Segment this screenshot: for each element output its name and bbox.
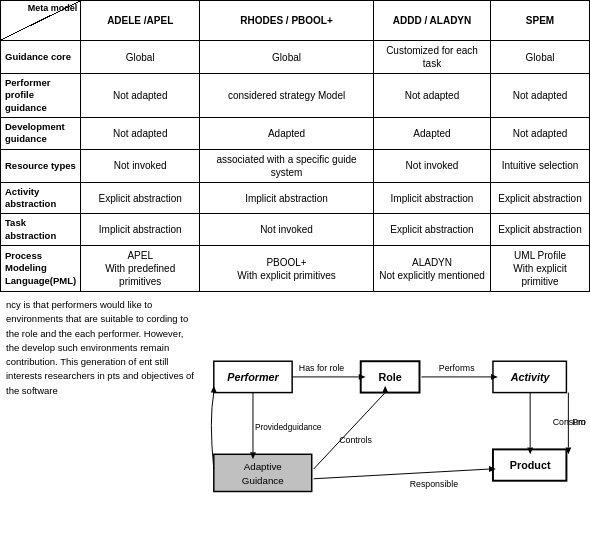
table-row: Performer profile guidanceNot adaptedcon… (1, 74, 590, 118)
diagram-svg: Performer Role Activity Adaptive Guidanc… (204, 300, 586, 545)
table-cell: Not invoked (200, 214, 374, 246)
row-label: Process Modeling Language(PML) (1, 246, 81, 292)
row-label: Resource types (1, 149, 81, 182)
table-cell: Not adapted (81, 74, 200, 118)
table-cell: Implicit abstraction (373, 182, 490, 214)
diagram-area: Performer Role Activity Adaptive Guidanc… (200, 296, 590, 549)
diagonal-header: Meta model (1, 1, 81, 41)
table-cell: Explicit abstraction (373, 214, 490, 246)
comparison-table: Meta model ADELE /APEL RHODES / PBOOL+ A… (0, 0, 590, 292)
svg-text:Role: Role (378, 371, 401, 383)
table-cell: Not adapted (491, 74, 590, 118)
svg-text:Has for role: Has for role (299, 363, 345, 373)
svg-text:Providedguidance: Providedguidance (255, 422, 322, 432)
svg-text:Adaptive: Adaptive (244, 461, 282, 472)
table-cell: Explicit abstraction (81, 182, 200, 214)
row-label: Performer profile guidance (1, 74, 81, 118)
table-cell: Global (81, 41, 200, 74)
bottom-section: ncy is that performers would like to env… (0, 296, 590, 549)
diagonal-top-label: Meta model (28, 3, 78, 15)
svg-text:Responsible: Responsible (410, 479, 459, 489)
table-cell: Not adapted (491, 118, 590, 150)
table-cell: Implicit abstraction (200, 182, 374, 214)
header-addd: ADDD / ALADYN (373, 1, 490, 41)
table-cell: Adapted (373, 118, 490, 150)
table-row: Process Modeling Language(PML)APEL With … (1, 246, 590, 292)
svg-line-26 (314, 393, 386, 469)
table-row: Resource typesNot invokedassociated with… (1, 149, 590, 182)
svg-text:Product: Product (510, 459, 551, 471)
row-label: Guidance core (1, 41, 81, 74)
table-cell: associated with a specific guide system (200, 149, 374, 182)
table-row: Guidance coreGlobalGlobalCustomized for … (1, 41, 590, 74)
table-cell: APEL With predefined primitives (81, 246, 200, 292)
page-container: Meta model ADELE /APEL RHODES / PBOOL+ A… (0, 0, 590, 549)
table-cell: Customized for each task (373, 41, 490, 74)
svg-rect-6 (214, 454, 312, 491)
table-cell: Global (491, 41, 590, 74)
table-cell: Explicit abstraction (491, 182, 590, 214)
table-cell: Global (200, 41, 374, 74)
svg-text:Performer: Performer (227, 371, 279, 383)
table-cell: Not invoked (81, 149, 200, 182)
header-adele: ADELE /APEL (81, 1, 200, 41)
svg-text:Guidance: Guidance (242, 475, 284, 486)
row-label: Task abstraction (1, 214, 81, 246)
table-cell: Intuitive selection (491, 149, 590, 182)
svg-text:Performs: Performs (439, 363, 475, 373)
row-label: Development guidance (1, 118, 81, 150)
svg-text:Activity: Activity (510, 371, 551, 383)
table-cell: Not adapted (81, 118, 200, 150)
table-cell: PBOOL+ With explicit primitives (200, 246, 374, 292)
table-cell: Explicit abstraction (491, 214, 590, 246)
header-rhodes: RHODES / PBOOL+ (200, 1, 374, 41)
table-cell: Not invoked (373, 149, 490, 182)
table-cell: ALADYN Not explicitly mentioned (373, 246, 490, 292)
table-row: Development guidanceNot adaptedAdaptedAd… (1, 118, 590, 150)
svg-line-29 (314, 469, 491, 479)
table-cell: considered strategy Model (200, 74, 374, 118)
header-spem: SPEM (491, 1, 590, 41)
table-cell: UML Profile With explicit primitive (491, 246, 590, 292)
table-cell: Adapted (200, 118, 374, 150)
row-label: Activity abstraction (1, 182, 81, 214)
table-row: Task abstractionImplicit abstractionNot … (1, 214, 590, 246)
table-cell: Implicit abstraction (81, 214, 200, 246)
table-row: Activity abstractionExplicit abstraction… (1, 182, 590, 214)
table-cell: Not adapted (373, 74, 490, 118)
svg-text:Controls: Controls (339, 435, 372, 445)
svg-text:Produ-: Produ- (572, 417, 586, 427)
body-text: ncy is that performers would like to env… (0, 296, 200, 549)
